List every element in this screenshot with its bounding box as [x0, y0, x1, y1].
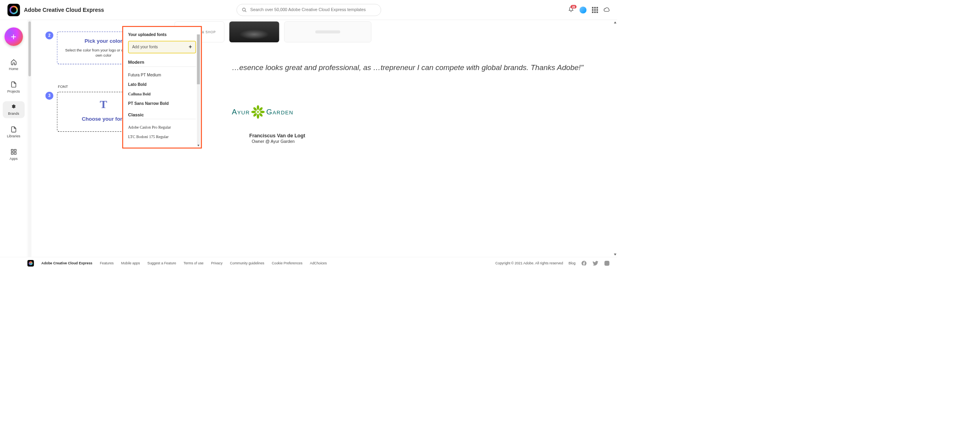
svg-point-15	[257, 111, 259, 113]
footer-link[interactable]: Features	[100, 261, 114, 265]
library-icon	[10, 126, 17, 133]
brand-icon: B	[10, 104, 17, 110]
brand-left: Ayur	[232, 108, 250, 116]
footer-link[interactable]: Community guidelines	[230, 261, 264, 265]
notification-badge: 28	[571, 5, 576, 8]
footer-app-name: Adobe Creative Cloud Express	[42, 261, 93, 265]
font-section-classic: Classic	[128, 112, 196, 120]
svg-point-0	[242, 8, 245, 11]
footer-link[interactable]: Privacy	[211, 261, 222, 265]
template-placeholder[interactable]	[284, 21, 372, 42]
footer-link[interactable]: Cookie Preferences	[272, 261, 302, 265]
home-icon	[10, 59, 17, 65]
footer-link[interactable]: Suggest a Feature	[148, 261, 176, 265]
search-input[interactable]	[250, 8, 376, 13]
rail-scrollbar[interactable]	[28, 20, 32, 257]
font-option[interactable]: PT Sans Narrow Bold	[128, 99, 196, 108]
footer-logo[interactable]	[27, 260, 34, 266]
font-section-modern: Modern	[128, 60, 196, 67]
avatar[interactable]	[580, 6, 587, 13]
template-thumbnails: SWIPE UP & SHOP	[174, 21, 372, 42]
svg-point-8	[257, 114, 259, 119]
nav-label: Home	[9, 67, 19, 71]
add-your-fonts-button[interactable]: Add your fonts +	[128, 41, 196, 53]
leaf-icon	[251, 105, 265, 120]
search-icon	[242, 7, 247, 13]
svg-rect-5	[11, 152, 13, 154]
app-header: Adobe Creative Cloud Express 28	[0, 0, 618, 20]
footer-copyright: Copyright © 2021 Adobe. All rights reser…	[495, 261, 563, 265]
step-3-badge: 3	[45, 92, 53, 100]
app-logo[interactable]	[8, 4, 20, 16]
main-content: SWIPE UP & SHOP 2 Pick your color Select…	[32, 20, 618, 257]
svg-rect-4	[14, 150, 16, 152]
footer-blog-link[interactable]: Blog	[569, 261, 576, 265]
svg-point-10	[260, 111, 265, 113]
footer-link[interactable]: Mobile apps	[121, 261, 140, 265]
nav-label: Apps	[9, 157, 17, 161]
facebook-icon[interactable]	[581, 260, 587, 266]
page-footer: Adobe Creative Cloud Express Features Mo…	[0, 257, 618, 269]
template-dark-scene[interactable]	[229, 21, 279, 42]
nav-label: Brands	[8, 112, 19, 116]
svg-text:B: B	[13, 105, 15, 108]
font-option[interactable]: Calluna Bold	[128, 89, 196, 99]
twitter-icon[interactable]	[593, 260, 599, 266]
scroll-down-icon[interactable]: ▼	[197, 144, 200, 147]
main-scrollbar[interactable]	[613, 21, 617, 256]
left-nav-rail: + Home Projects B Brands Libraries Apps	[0, 20, 27, 257]
svg-point-17	[606, 262, 608, 264]
svg-line-1	[245, 11, 246, 12]
font-option[interactable]: Lato Bold	[128, 80, 196, 89]
svg-point-13	[253, 112, 258, 117]
app-title: Adobe Creative Cloud Express	[24, 7, 104, 13]
testimonial-title: Owner @ Ayur Garden	[252, 139, 294, 144]
svg-point-11	[253, 107, 258, 112]
uploaded-fonts-heading: Your uploaded fonts	[128, 32, 196, 37]
font-option[interactable]: Adobe Caslon Pro Regular	[128, 123, 196, 132]
apps-icon	[10, 148, 17, 155]
add-fonts-label: Add your fonts	[132, 45, 158, 49]
testimonial-name: Franciscus Van de Logt	[249, 133, 305, 138]
nav-label: Libraries	[7, 134, 20, 138]
font-section-label: FONT	[58, 84, 68, 89]
svg-rect-3	[11, 150, 13, 152]
nav-projects[interactable]: Projects	[3, 79, 25, 96]
svg-point-9	[251, 111, 256, 113]
svg-point-12	[259, 107, 263, 112]
font-option[interactable]: Futura PT Medium	[128, 70, 196, 80]
footer-link[interactable]: Terms of use	[184, 261, 203, 265]
plus-icon: +	[189, 44, 192, 50]
nav-apps[interactable]: Apps	[3, 146, 25, 163]
ayur-garden-logo: Ayur Garden	[232, 105, 294, 120]
step-2-badge: 2	[45, 31, 53, 39]
popover-scrollbar[interactable]	[197, 34, 200, 146]
svg-point-14	[259, 112, 263, 117]
font-option[interactable]: LTC Bodoni 175 Regular	[128, 132, 196, 142]
nav-brands[interactable]: B Brands	[3, 101, 25, 118]
svg-point-7	[257, 105, 259, 110]
svg-rect-6	[14, 152, 16, 154]
testimonial-quote: …esence looks great and professional, as…	[232, 62, 607, 73]
brand-right: Garden	[266, 108, 294, 116]
create-new-fab[interactable]: +	[4, 27, 23, 46]
creative-cloud-icon[interactable]	[603, 7, 610, 13]
svg-point-18	[608, 262, 608, 262]
instagram-icon[interactable]	[604, 260, 610, 266]
nav-libraries[interactable]: Libraries	[3, 123, 25, 140]
nav-label: Projects	[7, 89, 20, 93]
notifications-button[interactable]: 28	[568, 6, 574, 13]
font-picker-popover: Your uploaded fonts Add your fonts + Mod…	[122, 26, 202, 149]
search-input-wrap[interactable]	[237, 4, 381, 16]
app-switcher-icon[interactable]	[592, 7, 598, 13]
nav-home[interactable]: Home	[3, 56, 25, 73]
file-icon	[10, 81, 17, 87]
footer-link[interactable]: AdChoices	[310, 261, 327, 265]
